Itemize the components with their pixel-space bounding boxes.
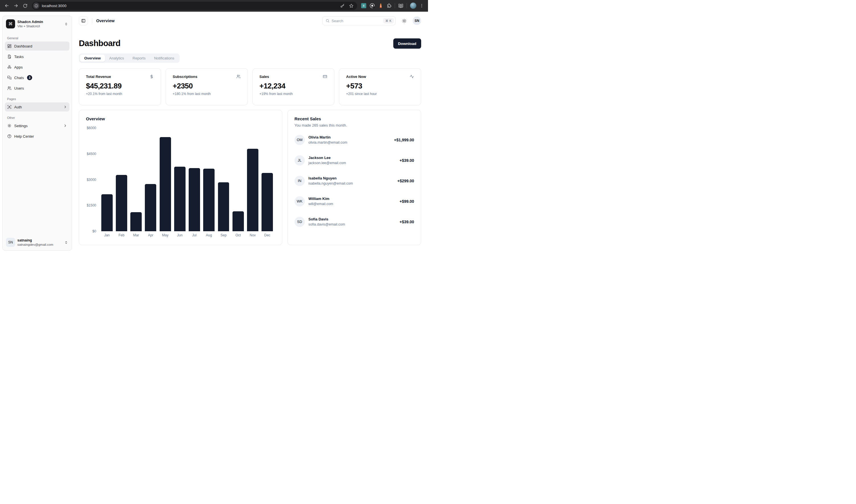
theme-toggle-button[interactable]	[400, 16, 409, 25]
chart-bar	[116, 175, 127, 231]
team-switcher[interactable]: ⌘ Shadcn Admin Vite + ShadcnUI	[5, 18, 69, 30]
tab-analytics[interactable]: Analytics	[105, 55, 128, 62]
chart-bar-slot	[216, 128, 231, 231]
bottom-grid: Overview $0$1500$3000$4500$6000 JanFebMa…	[79, 110, 421, 245]
boxes-icon	[7, 65, 12, 69]
sidebar-item-label: Auth	[14, 105, 22, 109]
chart-y-tick: $3000	[87, 178, 96, 182]
sidebar-item-auth[interactable]: Auth	[5, 102, 69, 111]
site-info-icon[interactable]	[33, 3, 39, 9]
reading-list-icon[interactable]	[398, 3, 403, 8]
app-subtitle: Vite + ShadcnUI	[17, 24, 43, 28]
sale-row: JL Jackson Lee jackson.lee@email.com +$3…	[295, 155, 414, 165]
sidebar-item-help-center[interactable]: Help Center	[5, 132, 69, 141]
recent-sales-list: OM Olivia Martin olivia.martin@email.com…	[295, 135, 414, 227]
credit-card-icon	[323, 74, 327, 79]
sidebar-item-tasks[interactable]: Tasks	[5, 52, 69, 61]
tab-reports[interactable]: Reports	[128, 55, 150, 62]
chevrons-up-down-icon	[64, 22, 68, 26]
panel-left-icon	[81, 18, 86, 23]
forward-icon[interactable]	[12, 2, 20, 10]
sidebar-item-label: Tasks	[14, 55, 24, 59]
chart-x-tick: Apr	[143, 233, 158, 239]
url-bar[interactable]: localhost:3000	[32, 2, 357, 10]
chart-bar-slot	[231, 128, 245, 231]
stat-card-active-now: Active Now +573 +201 since last hour	[339, 68, 421, 105]
stat-value: $45,231.89	[86, 82, 154, 90]
chart-x-tick: Jan	[100, 233, 114, 239]
stat-change: +180.1% from last month	[173, 92, 241, 96]
sidebar-footer: SN satnaing satnaingdev@gmail.com	[3, 234, 72, 250]
stat-title: Total Revenue	[86, 74, 111, 79]
avatar: SD	[295, 217, 305, 227]
sale-email: jackson.lee@email.com	[309, 161, 346, 165]
browser-profile-avatar[interactable]	[410, 3, 416, 9]
stat-change: +20.1% from last month	[86, 92, 154, 96]
page-content: Dashboard Download Overview Analytics Re…	[72, 30, 428, 252]
chart-x-tick: Jul	[187, 233, 202, 239]
sale-row: IN Isabella Nguyen isabella.nguyen@email…	[295, 176, 414, 186]
chart-bar-slot	[143, 128, 158, 231]
section-label-general: General	[5, 35, 69, 41]
sidebar-item-settings[interactable]: Settings	[5, 121, 69, 130]
user-info: satnaing satnaingdev@gmail.com	[17, 238, 53, 247]
stat-change: +19% from last month	[260, 92, 328, 96]
bookmark-star-icon[interactable]	[349, 3, 354, 8]
sidebar-item-dashboard[interactable]: Dashboard	[5, 41, 69, 51]
layout-dashboard-icon	[7, 44, 12, 48]
sidebar-nav: General Dashboard Tasks Apps Chats 3 Us	[3, 32, 72, 234]
extension-1password-icon[interactable]	[369, 3, 375, 8]
chart-bar	[262, 173, 273, 231]
profile-avatar[interactable]: SN	[413, 17, 421, 25]
reload-icon[interactable]	[21, 2, 29, 10]
chevrons-up-down-icon	[64, 240, 68, 245]
download-button[interactable]: Download	[393, 38, 421, 49]
sidebar-item-label: Apps	[14, 65, 23, 69]
chart-title: Overview	[86, 116, 275, 121]
command-icon: ⌘	[6, 19, 15, 29]
tab-overview[interactable]: Overview	[80, 55, 105, 62]
stat-value: +573	[346, 82, 414, 90]
stat-change: +201 since last hour	[346, 92, 414, 96]
recent-sales-title: Recent Sales	[295, 116, 414, 121]
sidebar-item-label: Dashboard	[14, 44, 32, 48]
sidebar-toggle-button[interactable]	[79, 16, 88, 25]
chart-x-tick: Dec	[260, 233, 275, 239]
stat-card-subscriptions: Subscriptions +2350 +180.1% from last mo…	[165, 68, 248, 105]
extension-lighthouse-icon[interactable]	[378, 3, 383, 8]
activity-icon	[409, 74, 414, 79]
user-menu[interactable]: SN satnaing satnaingdev@gmail.com	[5, 237, 69, 248]
scan-lock-icon	[7, 105, 12, 109]
sale-name: Sofia Davis	[309, 217, 345, 221]
tab-notifications[interactable]: Notifications	[150, 55, 178, 62]
browser-menu-icon[interactable]	[419, 3, 424, 8]
sidebar-item-label: Chats	[14, 76, 24, 80]
chart-bar	[247, 149, 258, 231]
messages-icon	[7, 75, 12, 80]
sidebar-item-apps[interactable]: Apps	[5, 62, 69, 72]
sale-row: OM Olivia Martin olivia.martin@email.com…	[295, 135, 414, 145]
extension-teal-icon[interactable]	[361, 3, 366, 8]
chart-x-tick: Nov	[245, 233, 260, 239]
avatar: IN	[295, 176, 305, 186]
sidebar: ⌘ Shadcn Admin Vite + ShadcnUI General D…	[2, 16, 72, 251]
chart-y-tick: $6000	[87, 126, 96, 130]
sale-email: will@email.com	[309, 202, 333, 206]
team-info: Shadcn Admin Vite + ShadcnUI	[17, 20, 43, 28]
back-icon[interactable]	[3, 2, 11, 10]
gear-icon	[7, 123, 12, 128]
section-label-other: Other	[5, 114, 69, 121]
sale-email: olivia.martin@email.com	[309, 140, 347, 145]
sale-amount: +$1,999.00	[394, 138, 414, 142]
sidebar-header: ⌘ Shadcn Admin Vite + ShadcnUI	[3, 16, 72, 32]
users-icon	[236, 74, 241, 79]
extensions-puzzle-icon[interactable]	[386, 3, 391, 8]
stat-title: Sales	[260, 74, 269, 79]
chart-bar	[160, 137, 171, 231]
chart-plot	[99, 128, 275, 231]
sale-amount: +$99.00	[400, 199, 414, 204]
search-input[interactable]: Search ⌘ K	[322, 16, 396, 25]
password-key-icon[interactable]	[340, 3, 345, 8]
sidebar-item-users[interactable]: Users	[5, 84, 69, 93]
sidebar-item-chats[interactable]: Chats 3	[5, 73, 69, 82]
